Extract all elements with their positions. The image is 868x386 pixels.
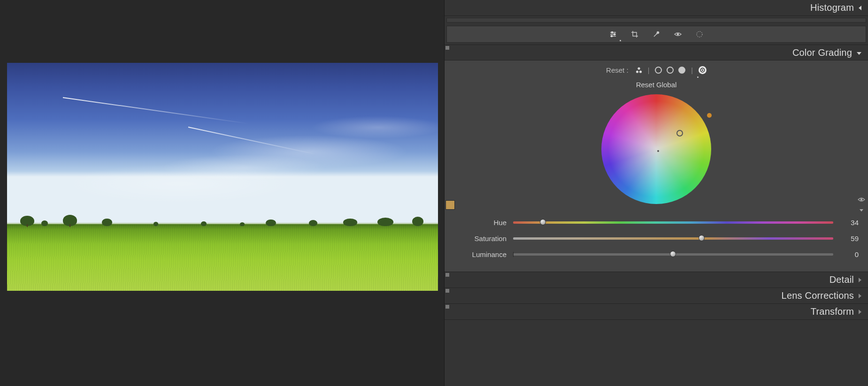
saturation-slider-row: Saturation 59 (454, 230, 859, 246)
hue-thumb[interactable] (540, 219, 546, 225)
hue-value[interactable]: 34 (840, 219, 859, 227)
shadows-mode-icon[interactable] (655, 67, 662, 74)
lens-corrections-panel-header[interactable]: Lens Corrections (445, 288, 868, 304)
luminance-thumb[interactable] (670, 251, 676, 257)
cg-sliders: Hue 34 Saturation 59 Luminance 0 (454, 214, 859, 262)
saturation-slider[interactable] (513, 237, 833, 240)
color-grading-title: Color Grading (792, 47, 852, 58)
saturation-value[interactable]: 59 (840, 235, 859, 242)
expand-icon (857, 49, 861, 56)
svg-point-11 (639, 70, 642, 73)
eyedropper-icon[interactable] (653, 30, 660, 38)
mode-indicator-dot (697, 76, 699, 78)
color-grading-panel-body: Reset : | | Reset Global (445, 61, 868, 272)
lens-corrections-title: Lens Corrections (782, 290, 854, 301)
tool-strip (446, 26, 866, 43)
svg-point-13 (702, 69, 703, 71)
collapse-icon (859, 276, 861, 284)
color-wheel[interactable] (601, 94, 711, 204)
visibility-eye-icon[interactable] (858, 197, 865, 204)
wheel-edge-marker (707, 113, 712, 118)
svg-point-6 (657, 32, 659, 34)
color-grading-hint: Reset Global (454, 81, 859, 89)
svg-point-8 (697, 31, 702, 37)
wheel-center (657, 150, 659, 152)
transform-panel-header[interactable]: Transform (445, 304, 868, 320)
svg-point-5 (611, 35, 612, 37)
preview-image[interactable] (7, 63, 438, 291)
svg-point-10 (636, 70, 638, 73)
wheel-side-controls (858, 197, 865, 212)
wheel-picker-handle[interactable] (676, 130, 683, 136)
radial-icon[interactable] (696, 30, 703, 38)
luminance-label: Luminance (454, 250, 507, 258)
active-tool-indicator (620, 40, 621, 41)
crop-icon[interactable] (631, 30, 638, 38)
color-grading-panel-header[interactable]: Color Grading (445, 45, 868, 61)
luminance-value[interactable]: 0 (840, 250, 859, 258)
midtones-mode-icon[interactable] (667, 67, 674, 74)
svg-point-9 (638, 67, 640, 69)
svg-point-3 (614, 33, 615, 35)
highlights-mode-icon[interactable] (678, 67, 685, 74)
eye-icon[interactable] (674, 30, 682, 38)
saturation-thumb[interactable] (699, 235, 705, 241)
collapse-icon (859, 292, 861, 300)
detail-panel-header[interactable]: Detail (445, 272, 868, 288)
color-grading-mode-row: Reset : | | (454, 66, 859, 74)
hue-label: Hue (454, 219, 507, 227)
transform-title: Transform (811, 306, 854, 317)
luminance-slider-row: Luminance 0 (454, 246, 859, 262)
global-mode-icon[interactable] (699, 66, 707, 74)
expand-sliders-icon[interactable] (860, 209, 863, 212)
svg-point-14 (860, 199, 862, 200)
color-swatch[interactable] (446, 200, 455, 210)
hue-slider-row: Hue 34 (454, 214, 859, 230)
histogram-strip (446, 18, 866, 23)
panel-notch (446, 273, 449, 277)
detail-title: Detail (830, 274, 854, 285)
panel-notch (446, 305, 449, 309)
svg-point-7 (677, 33, 679, 35)
sliders-icon[interactable] (609, 30, 617, 38)
histogram-title: Histogram (810, 2, 854, 13)
collapse-icon (859, 4, 861, 12)
collapse-icon (859, 308, 861, 316)
histogram-panel-header[interactable]: Histogram (445, 0, 868, 16)
image-preview-pane (0, 0, 445, 386)
hue-slider[interactable] (513, 221, 833, 224)
reset-label: Reset : (606, 66, 629, 74)
panel-notch (446, 289, 449, 293)
luminance-slider[interactable] (513, 253, 833, 256)
saturation-label: Saturation (454, 235, 507, 242)
three-way-icon[interactable] (635, 67, 642, 74)
develop-right-panel: Histogram (445, 0, 868, 386)
svg-point-1 (611, 31, 613, 33)
panel-notch (446, 46, 449, 50)
